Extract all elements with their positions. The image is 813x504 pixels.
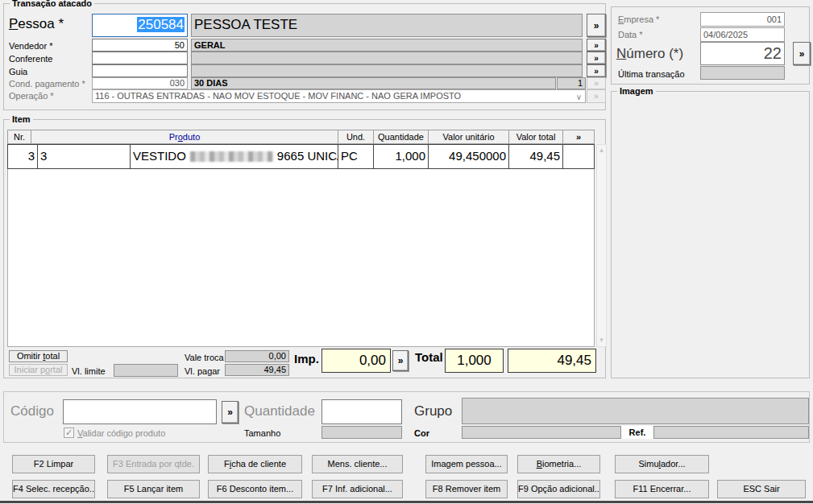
- numero-lookup-button[interactable]: »: [793, 42, 811, 65]
- cell-extra: [563, 145, 594, 168]
- item-group: Item Nr. Produto Und. Quantidade Valor u…: [3, 119, 606, 378]
- grupo-label: Grupo: [414, 403, 452, 419]
- codigo-lookup-button[interactable]: »: [222, 401, 239, 423]
- operacao-label: Operação *: [9, 91, 54, 101]
- data-label: Data *: [618, 30, 643, 40]
- f7-inf-adicional-button[interactable]: F7 Inf. adicional...: [312, 480, 403, 498]
- simulador-button[interactable]: Simulador...: [615, 455, 709, 473]
- column-header-valor-unitario[interactable]: Valor unitário: [429, 130, 509, 143]
- conferente-lookup-button[interactable]: »: [587, 52, 606, 64]
- validar-codigo-label: Validar código produto: [77, 428, 165, 439]
- imagem-title: Imagem: [617, 86, 656, 96]
- omitir-total-button[interactable]: Omitir total: [9, 350, 68, 362]
- f5-lancar-item-button[interactable]: F5 Lançar item: [107, 480, 200, 498]
- numero-field[interactable]: 22: [700, 42, 785, 65]
- data-field[interactable]: 04/06/2025: [700, 27, 785, 42]
- column-header-more[interactable]: »: [563, 130, 594, 143]
- pessoa-label: Pessoa *: [9, 16, 64, 31]
- vale-troca-label: Vale troca: [185, 353, 224, 363]
- operacao-select[interactable]: 116 - OUTRAS ENTRADAS - NAO MOV ESTOQUE …: [92, 89, 586, 103]
- column-header-und[interactable]: Und.: [338, 130, 374, 143]
- item-table-header: Nr. Produto Und. Quantidade Valor unitár…: [7, 130, 595, 144]
- f9-opcao-adicional-button[interactable]: F9 Opção adicional...: [517, 480, 600, 498]
- table-row[interactable]: 3 3 VESTIDO9665 UNICA I PC 1,000 49,4500…: [7, 144, 595, 169]
- guia-label: Guia: [9, 67, 27, 77]
- guia-name-field: [191, 64, 583, 77]
- item-table-body: [7, 144, 595, 347]
- cell-nr: 3: [8, 145, 38, 168]
- pessoa-lookup-button[interactable]: »: [587, 14, 606, 37]
- numero-label: Número (*): [616, 46, 683, 61]
- codigo-input[interactable]: [63, 399, 217, 424]
- vendedor-code-input[interactable]: 50: [92, 39, 188, 52]
- total-quantidade-field: 1,000: [445, 349, 504, 373]
- cond-pagamento-name-field: 30 DIAS: [191, 77, 556, 89]
- imp-field[interactable]: 0,00: [321, 349, 391, 373]
- cor-field: [462, 426, 621, 439]
- guia-lookup-button[interactable]: »: [587, 64, 606, 77]
- empresa-label: Empresa *: [618, 14, 659, 25]
- conferente-label: Conferente: [9, 54, 52, 64]
- transacao-atacado-title: Transação atacado: [10, 0, 94, 8]
- cond-pagamento-lookup-button: »: [587, 77, 606, 89]
- f6-desconto-item-button[interactable]: F6 Desconto item...: [208, 480, 302, 498]
- conferente-code-input[interactable]: [92, 52, 188, 64]
- total-valor-field: 49,45: [508, 349, 596, 373]
- cell-valor-total: 49,45: [509, 145, 563, 168]
- f4-selec-recepcao-button[interactable]: F4 Selec. recepção..: [12, 480, 95, 498]
- total-label: Total: [415, 352, 443, 362]
- grupo-field: [462, 398, 809, 424]
- cond-pagamento-parcelas-field: 1: [557, 77, 586, 89]
- pessoa-name-field: PESSOA TESTE: [191, 14, 583, 37]
- quantidade-label: Quantidade: [244, 403, 315, 419]
- column-header-produto[interactable]: Produto: [31, 130, 338, 143]
- f11-encerrar-button[interactable]: F11 Encerrar...: [615, 480, 709, 498]
- esc-sair-button[interactable]: ESC Sair: [717, 480, 806, 498]
- window-bottom-edge: [0, 501, 813, 503]
- vale-troca-field: 0,00: [225, 350, 289, 362]
- imp-lookup-button[interactable]: »: [392, 350, 409, 371]
- quantidade-input[interactable]: [321, 399, 402, 424]
- cell-und: PC: [338, 145, 374, 168]
- column-header-quantidade[interactable]: Quantidade: [374, 130, 429, 143]
- f2-limpar-button[interactable]: F2 Limpar: [12, 455, 95, 473]
- cell-valor-unitario: 49,450000: [429, 145, 509, 168]
- produto-text-suffix: 9665 UNICA I: [277, 149, 338, 163]
- validar-codigo-checkbox: ✓: [64, 428, 74, 438]
- guia-code-input[interactable]: [92, 64, 188, 77]
- imagem-pessoa-button[interactable]: Imagem pessoa...: [425, 455, 508, 473]
- item-title: Item: [10, 114, 33, 124]
- scroll-up-icon[interactable]: ▲: [597, 147, 606, 155]
- produto-text-prefix: VESTIDO: [133, 149, 186, 163]
- conferente-name-field: [191, 52, 583, 64]
- tamanho-label: Tamanho: [244, 428, 280, 439]
- operacao-selected-value: 116 - OUTRAS ENTRADAS - NAO MOV ESTOQUE …: [95, 91, 461, 101]
- cell-codigo: 3: [38, 145, 131, 168]
- cell-produto: VESTIDO9665 UNICA I: [131, 145, 338, 168]
- mens-cliente-button[interactable]: Mens. cliente...: [312, 455, 403, 473]
- vendedor-lookup-button[interactable]: »: [587, 39, 606, 52]
- wholesale-transaction-window: { "colors": { "window_bg": "#F0F0F0", "s…: [0, 0, 813, 504]
- item-table-scrollbar[interactable]: ▲ ▼: [596, 144, 607, 347]
- vendedor-name-field: GERAL: [191, 39, 583, 52]
- ultima-transacao-label: Última transação: [618, 69, 685, 80]
- vendedor-label: Vendedor *: [9, 41, 52, 52]
- ficha-de-cliente-button[interactable]: Ficha de cliente: [208, 455, 302, 473]
- cell-quantidade: 1,000: [374, 145, 429, 168]
- cond-pagamento-code-field: 030: [92, 77, 188, 89]
- codigo-label: Código: [10, 403, 54, 419]
- pessoa-code-input[interactable]: 250584: [92, 14, 188, 37]
- operacao-lookup-button: »: [587, 89, 606, 103]
- f3-entrada-por-qtde-button: F3 Entrada por qtde.: [107, 455, 200, 473]
- empresa-data-numero-group: Empresa * 001 Data * 04/06/2025 Número (…: [611, 6, 810, 85]
- biometria-button[interactable]: Biometria...: [517, 455, 600, 473]
- empresa-field[interactable]: 001: [700, 12, 785, 27]
- vl-limite-field: [114, 364, 178, 377]
- f8-remover-item-button[interactable]: F8 Remover item: [425, 480, 508, 498]
- imagem-group: Imagem: [611, 91, 810, 378]
- codigo-panel: Código » ✓ Validar código produto Quanti…: [3, 391, 810, 443]
- column-header-valor-total[interactable]: Valor total: [509, 130, 563, 143]
- scroll-down-icon[interactable]: ▼: [597, 337, 606, 345]
- vl-pagar-label: Vl. pagar: [185, 366, 220, 377]
- column-header-nr[interactable]: Nr.: [8, 130, 31, 143]
